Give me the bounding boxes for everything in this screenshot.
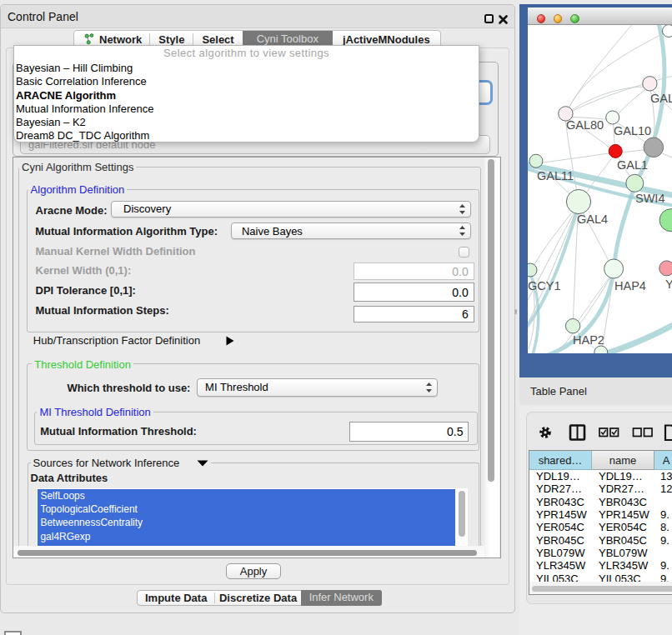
svg-text:GAL2: GAL2 [650, 92, 672, 105]
svg-text:GAL4: GAL4 [577, 212, 608, 226]
svg-text:GCY1: GCY1 [528, 279, 561, 292]
svg-text:GAL1: GAL1 [617, 158, 648, 172]
svg-text:Y: Y [665, 278, 672, 291]
svg-text:GAL11: GAL11 [537, 169, 574, 182]
svg-text:GAL80: GAL80 [566, 118, 604, 132]
svg-text:HAP2: HAP2 [573, 333, 604, 347]
svg-text:GAL10: GAL10 [614, 124, 651, 138]
svg-text:SWI4: SWI4 [635, 192, 664, 205]
svg-text:HAP4: HAP4 [614, 279, 646, 292]
